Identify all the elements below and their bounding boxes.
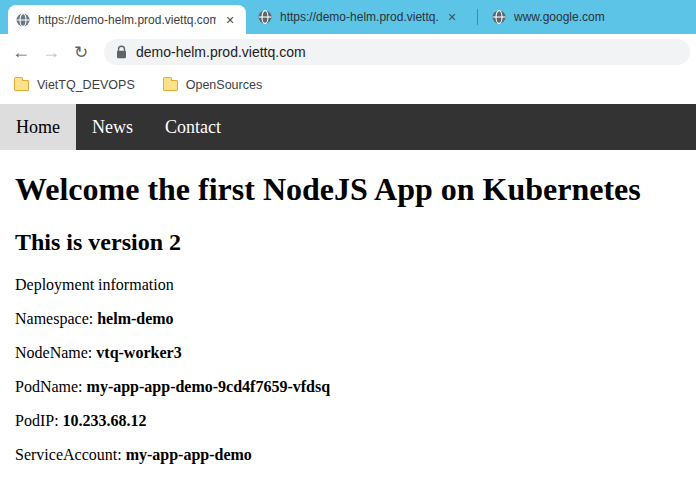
tab-demo-helm-active[interactable]: https://demo-helm.prod.viettq.com ✕: [8, 5, 246, 34]
browser-window: https://demo-helm.prod.viettq.com ✕ http…: [0, 0, 696, 104]
tab-strip: https://demo-helm.prod.viettq.com ✕ http…: [0, 0, 696, 34]
tab-separator: [477, 9, 478, 25]
intro-text: Deployment information: [15, 276, 686, 294]
detail-value: 10.233.68.12: [63, 412, 147, 429]
nav-item-news[interactable]: News: [76, 104, 149, 150]
detail-label: PodName:: [15, 378, 83, 395]
tab-title: www.google.com: [514, 10, 688, 24]
folder-icon: [14, 80, 29, 91]
bookmark-opensources[interactable]: OpenSources: [163, 78, 262, 92]
detail-podname: PodName: my-app-app-demo-9cd4f7659-vfdsq: [15, 378, 686, 396]
back-button[interactable]: ←: [6, 38, 36, 66]
tab-close-icon[interactable]: ✕: [444, 9, 460, 25]
nav-item-contact[interactable]: Contact: [149, 104, 237, 150]
site-nav: Home News Contact: [0, 104, 696, 150]
globe-favicon-icon: [258, 10, 272, 24]
page-title: Welcome the first NodeJS App on Kubernet…: [15, 171, 686, 208]
detail-label: ServiceAccount:: [15, 446, 122, 463]
detail-label: Namespace:: [15, 310, 93, 327]
detail-serviceaccount: ServiceAccount: my-app-app-demo: [15, 446, 686, 464]
bookmark-label: VietTQ_DEVOPS: [37, 78, 135, 92]
tab-google[interactable]: www.google.com: [484, 0, 696, 34]
browser-toolbar: ← → ↻ demo-helm.prod.viettq.com: [0, 34, 696, 70]
bookmarks-bar: VietTQ_DEVOPS OpenSources: [0, 70, 696, 100]
forward-button[interactable]: →: [36, 38, 66, 66]
detail-value: my-app-app-demo-9cd4f7659-vfdsq: [87, 378, 331, 395]
page-content: Welcome the first NodeJS App on Kubernet…: [0, 171, 696, 464]
reload-button[interactable]: ↻: [66, 38, 96, 66]
detail-label: NodeName:: [15, 344, 92, 361]
detail-namespace: Namespace: helm-demo: [15, 310, 686, 328]
bookmark-label: OpenSources: [186, 78, 262, 92]
tab-title: https://demo-helm.prod.viettq.com: [38, 13, 216, 27]
detail-value: helm-demo: [97, 310, 173, 327]
tab-close-icon[interactable]: ✕: [222, 12, 238, 28]
globe-favicon-icon: [492, 10, 506, 24]
detail-podip: PodIP: 10.233.68.12: [15, 412, 686, 430]
bookmark-viettq-devops[interactable]: VietTQ_DEVOPS: [14, 78, 135, 92]
detail-label: PodIP:: [15, 412, 59, 429]
web-page: Home News Contact Welcome the first Node…: [0, 104, 696, 464]
nav-item-home[interactable]: Home: [0, 104, 76, 150]
detail-value: vtq-worker3: [96, 344, 181, 361]
version-heading: This is version 2: [15, 229, 686, 256]
globe-favicon-icon: [16, 13, 30, 27]
url-text[interactable]: demo-helm.prod.viettq.com: [136, 44, 306, 60]
lock-icon[interactable]: [116, 45, 127, 59]
detail-value: my-app-app-demo: [126, 446, 252, 463]
address-bar[interactable]: demo-helm.prod.viettq.com: [104, 39, 690, 65]
tab-title: https://demo-helm.prod.viettq.com: [280, 10, 438, 24]
folder-icon: [163, 80, 178, 91]
detail-nodename: NodeName: vtq-worker3: [15, 344, 686, 362]
tab-demo-helm-2[interactable]: https://demo-helm.prod.viettq.com ✕: [250, 0, 468, 34]
